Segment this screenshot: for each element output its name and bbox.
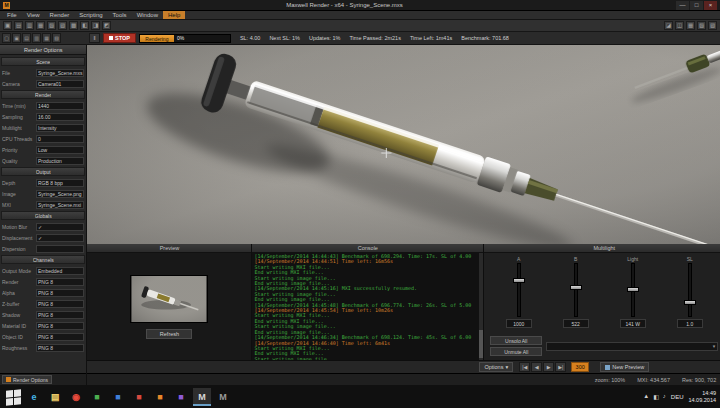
menu-item[interactable]: Render — [45, 11, 75, 19]
option-value-field[interactable]: Camera01 — [36, 80, 84, 88]
tab-info-icon[interactable]: ▧ — [52, 33, 61, 43]
taskbar-app-purple[interactable]: ■ — [172, 388, 190, 406]
option-value-field[interactable]: Low — [36, 146, 84, 154]
refresh-button[interactable]: Refresh — [146, 329, 192, 339]
multilight-toggle-icon[interactable]: ▦ — [686, 21, 695, 30]
pause-button[interactable]: ‖ — [89, 33, 100, 43]
new-preview-button[interactable]: New Preview — [600, 362, 649, 372]
option-value-field[interactable]: PNG 8 — [36, 278, 84, 286]
option-value-field[interactable]: 16.00 — [36, 113, 84, 121]
emitter-value-field[interactable]: 522 — [563, 319, 589, 328]
taskbar-maxwell[interactable]: M — [214, 388, 232, 406]
option-value-field[interactable]: PNG 8 — [36, 300, 84, 308]
taskbar-app-green[interactable]: ■ — [88, 388, 106, 406]
minimize-button[interactable]: — — [676, 1, 689, 10]
multilight-mode-dropdown[interactable]: ▾ — [546, 342, 718, 351]
slider-handle[interactable] — [513, 278, 525, 283]
emitter-value-field[interactable]: 1000 — [506, 319, 532, 328]
tab-history-icon[interactable]: ▦ — [42, 33, 51, 43]
close-button[interactable]: × — [704, 1, 717, 10]
menu-item[interactable]: Tools — [108, 11, 132, 19]
taskbar-ie[interactable]: e — [25, 388, 43, 406]
tab-options-icon[interactable]: ▢ — [2, 33, 11, 43]
transport-button[interactable]: |◀ — [519, 362, 530, 372]
slider-handle[interactable] — [684, 300, 696, 305]
option-value-field[interactable]: Embedded — [36, 267, 84, 275]
options-button[interactable]: Options ▾ — [479, 362, 513, 372]
taskbar-maxwell-active[interactable]: M — [193, 388, 211, 406]
console-scrollbar-thumb[interactable] — [479, 330, 483, 358]
channels-icon[interactable]: ▨ — [58, 21, 67, 30]
taskbar-chrome[interactable]: ◉ — [67, 388, 85, 406]
open-icon[interactable]: ▤ — [14, 21, 23, 30]
start-button[interactable] — [4, 387, 22, 407]
frame-number-field[interactable]: 300 — [571, 362, 589, 372]
new-icon[interactable]: ▣ — [3, 21, 12, 30]
taskbar-app-blue[interactable]: ■ — [109, 388, 127, 406]
slider-track[interactable] — [517, 263, 521, 317]
option-value-field[interactable]: Syringe_Scene.mxi — [36, 201, 84, 209]
transport-button[interactable]: ▶| — [555, 362, 566, 372]
slider-track[interactable] — [631, 263, 635, 317]
render-viewport[interactable] — [87, 45, 720, 244]
preview-thumbnail[interactable] — [130, 275, 208, 323]
option-value-field[interactable]: PNG 8 — [36, 289, 84, 297]
copy-icon[interactable]: ▧ — [47, 21, 56, 30]
option-value-field[interactable]: 0 — [36, 135, 84, 143]
transport-button[interactable]: ◀ — [531, 362, 542, 372]
transport-button[interactable]: ▶ — [543, 362, 554, 372]
console-scrollbar[interactable] — [479, 253, 483, 360]
unmute-all-button[interactable]: Unmute All — [490, 347, 542, 356]
layers-icon[interactable]: ▩ — [69, 21, 78, 30]
tray-network-icon[interactable]: ◧ — [653, 393, 659, 400]
option-value-field[interactable]: Syringe_Scene.png — [36, 190, 84, 198]
clock[interactable]: 14:49 14.09.2014 — [688, 390, 716, 403]
option-value-field[interactable]: Production — [36, 157, 84, 165]
option-value-field[interactable]: ✓ — [36, 223, 84, 231]
tray-show-hidden-icon[interactable]: ▲ — [643, 393, 649, 400]
slider-track[interactable] — [688, 263, 692, 317]
option-value-field[interactable]: Syringe_Scene.mxs — [36, 69, 84, 77]
slider-handle[interactable] — [627, 287, 639, 292]
language-indicator[interactable]: DEU — [671, 394, 684, 400]
tab-render-options[interactable]: Render Options — [2, 375, 52, 384]
menu-item[interactable]: Window — [132, 11, 163, 19]
help-icon[interactable]: ▨ — [708, 21, 717, 30]
tab-materials-icon[interactable]: ▥ — [32, 33, 41, 43]
slider-track[interactable] — [574, 263, 578, 317]
settings-icon[interactable]: ◩ — [102, 21, 111, 30]
option-value-field[interactable]: PNG 8 — [36, 311, 84, 319]
taskbar-app-orange[interactable]: ■ — [151, 388, 169, 406]
camera-icon[interactable]: ◧ — [80, 21, 89, 30]
option-value-field[interactable]: PNG 8 — [36, 333, 84, 341]
maximize-button[interactable]: □ — [690, 1, 703, 10]
option-value-field[interactable]: 1440 — [36, 102, 84, 110]
tab-scene-icon[interactable]: ▣ — [12, 33, 21, 43]
preview-toggle-icon[interactable]: ◫ — [675, 21, 684, 30]
taskbar-app-red[interactable]: ■ — [130, 388, 148, 406]
option-value-field[interactable]: RGB 8 bpp — [36, 179, 84, 187]
menu-item[interactable]: File — [2, 11, 22, 19]
emitter-value-field[interactable]: 141 W — [620, 319, 646, 328]
export-icon[interactable]: ▦ — [36, 21, 45, 30]
option-value-field[interactable]: ✓ — [36, 234, 84, 242]
save-icon[interactable]: ▥ — [25, 21, 34, 30]
unsolo-all-button[interactable]: Unsolo All — [490, 336, 542, 345]
console-toggle-icon[interactable]: ◪ — [664, 21, 673, 30]
menu-item[interactable]: Help — [163, 11, 185, 19]
window-title: Maxwell Render - x64 - Syringe_Scene.mxs — [14, 2, 675, 8]
tab-camera-icon[interactable]: ▤ — [22, 33, 31, 43]
tray-volume-icon[interactable]: ♪ — [663, 393, 666, 400]
stop-button[interactable]: STOP — [103, 33, 136, 43]
slider-handle[interactable] — [570, 285, 582, 290]
display-icon[interactable]: ◨ — [91, 21, 100, 30]
menu-item[interactable]: View — [22, 11, 45, 19]
emitter-value-field[interactable]: 1.0 — [677, 319, 703, 328]
option-value-field[interactable]: Intensity — [36, 124, 84, 132]
taskbar-explorer[interactable]: ▤ — [46, 388, 64, 406]
menu-item[interactable]: Scripting — [74, 11, 107, 19]
option-value-field[interactable]: PNG 8 — [36, 322, 84, 330]
option-value-field[interactable] — [36, 245, 84, 253]
option-value-field[interactable]: PNG 8 — [36, 344, 84, 352]
script-icon[interactable]: ▧ — [697, 21, 706, 30]
